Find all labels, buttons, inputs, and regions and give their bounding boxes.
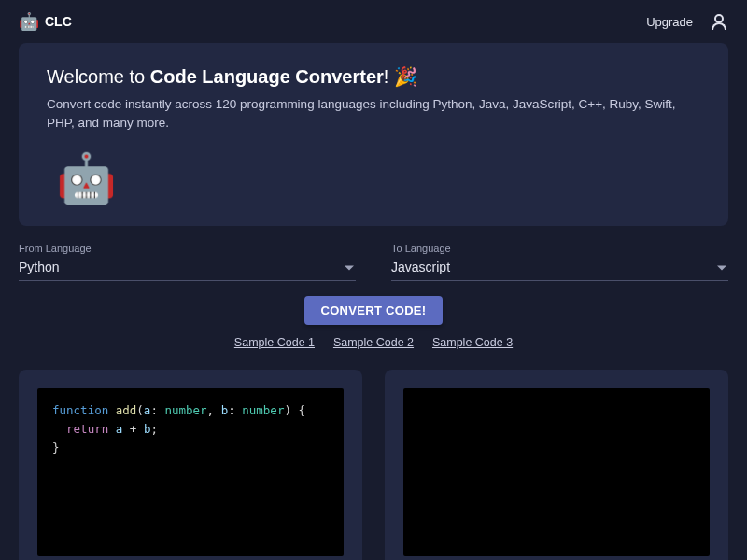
output-code-editor[interactable] (403, 388, 710, 556)
code-token: number (164, 403, 206, 417)
chevron-down-icon (345, 265, 354, 270)
code-token: ; (150, 422, 158, 436)
source-panel: function add(a: number, b: number) { ret… (19, 370, 362, 561)
code-token: function (52, 403, 108, 417)
from-language-select[interactable]: From Language Python (19, 243, 356, 281)
language-selectors: From Language Python To Language Javascr… (19, 243, 728, 281)
code-token: , (207, 403, 221, 417)
welcome-suffix: ! 🎉 (384, 66, 417, 87)
source-code-editor[interactable]: function add(a: number, b: number) { ret… (37, 388, 344, 556)
welcome-subtitle: Convert code instantly across 120 progra… (47, 95, 700, 133)
code-token: } (52, 441, 60, 455)
from-language-value: Python (19, 259, 60, 274)
code-panels: function add(a: number, b: number) { ret… (19, 370, 728, 561)
account-icon[interactable] (710, 12, 728, 31)
brand-emoji: 🤖 (19, 11, 39, 32)
main-content: Welcome to Code Language Converter! 🎉 Co… (0, 43, 747, 560)
app-header: 🤖 CLC Upgrade (0, 0, 747, 43)
sample-code-3[interactable]: Sample Code 3 (432, 336, 513, 349)
header-actions: Upgrade (646, 12, 728, 31)
from-language-label: From Language (19, 243, 356, 254)
welcome-bold: Code Language Converter (150, 66, 384, 87)
welcome-card: Welcome to Code Language Converter! 🎉 Co… (19, 43, 728, 226)
convert-row: CONVERT CODE! (19, 296, 728, 325)
chevron-down-icon (717, 265, 726, 270)
sample-code-2[interactable]: Sample Code 2 (333, 336, 414, 349)
code-token: : (228, 403, 242, 417)
code-token: add (116, 403, 137, 417)
sample-code-1[interactable]: Sample Code 1 (234, 336, 315, 349)
sample-links: Sample Code 1 Sample Code 2 Sample Code … (19, 334, 728, 349)
convert-button[interactable]: CONVERT CODE! (304, 296, 444, 325)
code-token: a (116, 422, 123, 436)
to-language-value: Javascript (391, 259, 450, 274)
code-token: ( (136, 403, 144, 417)
brand[interactable]: 🤖 CLC (19, 11, 72, 32)
welcome-title: Welcome to Code Language Converter! 🎉 (47, 65, 700, 88)
brand-text: CLC (45, 14, 72, 29)
robot-icon: 🤖 (56, 150, 700, 207)
to-language-select[interactable]: To Language Javascript (391, 243, 728, 281)
welcome-prefix: Welcome to (47, 66, 150, 87)
code-token: : (150, 403, 164, 417)
output-panel (385, 370, 728, 561)
code-token: + (130, 422, 137, 436)
to-language-label: To Language (391, 243, 728, 254)
code-token: return (66, 422, 108, 436)
code-token: ) { (284, 403, 305, 417)
upgrade-link[interactable]: Upgrade (646, 15, 693, 29)
code-token: number (242, 403, 284, 417)
